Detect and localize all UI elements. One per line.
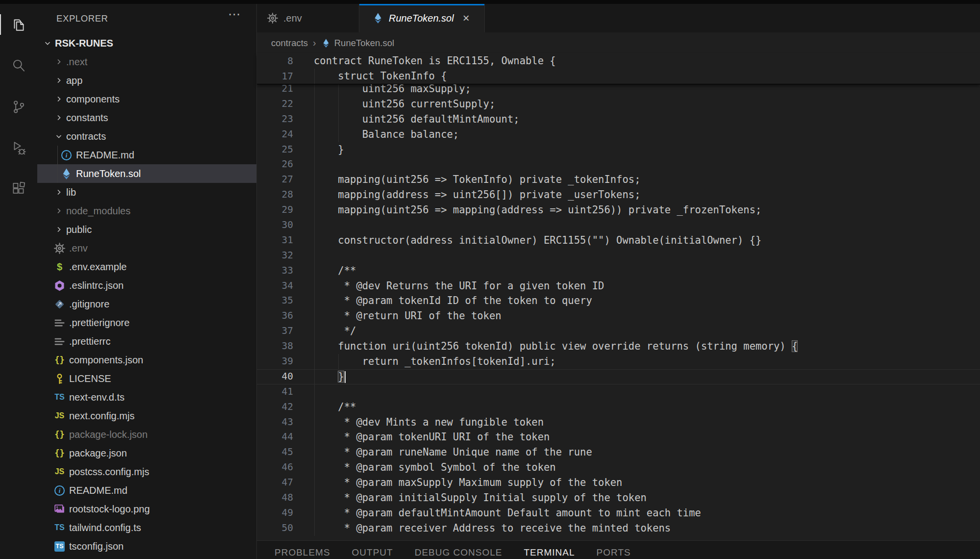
code-text: * @param initialSupply Initial supply of…: [314, 490, 980, 506]
code-line-31[interactable]: 31 constructor(address initialOwner) ERC…: [257, 233, 980, 248]
tree-item-label: .prettierignore: [69, 317, 129, 329]
code-text: constructor(address initialOwner) ERC115…: [314, 233, 980, 248]
code-line-32[interactable]: 32: [257, 248, 980, 263]
code-line-44[interactable]: 44 * @param tokenURI URI of the token: [257, 430, 980, 445]
code-line-41[interactable]: 41: [257, 384, 980, 400]
code-line-33[interactable]: 33 /**: [257, 263, 980, 279]
line-number: 30: [257, 218, 293, 233]
tree-item-rsk-runes[interactable]: RSK-RUNES: [37, 34, 256, 52]
code-line-22[interactable]: 22 uint256 currentSupply;: [257, 97, 980, 112]
tree-item-lib[interactable]: lib: [37, 183, 256, 202]
tree-item-license[interactable]: LICENSE: [37, 369, 256, 388]
run-debug-icon[interactable]: [0, 140, 37, 156]
extensions-icon[interactable]: [0, 181, 37, 198]
code-line-30[interactable]: 30: [257, 218, 980, 233]
tree-item-next-env-d-ts[interactable]: TSnext-env.d.ts: [37, 388, 256, 407]
code-text: uint256 currentSupply;: [314, 97, 980, 112]
tree-item-components-json[interactable]: {}components.json: [37, 351, 256, 369]
code-line-28[interactable]: 28 mapping(address => uint256[]) private…: [257, 187, 980, 203]
close-icon[interactable]: ×: [463, 12, 470, 24]
code-line-43[interactable]: 43 * @dev Mints a new fungible token: [257, 415, 980, 430]
indent-guide: [314, 384, 315, 400]
code-line-27[interactable]: 27 mapping(uint256 => TokenInfo) private…: [257, 172, 980, 187]
sidebar-title: EXPLORER: [56, 13, 108, 24]
tree-item-readme-md[interactable]: iREADME.md: [37, 146, 256, 164]
more-actions-icon[interactable]: ⋯: [228, 8, 241, 21]
tree-item-env[interactable]: .env: [37, 239, 256, 257]
tree-item-node-modules[interactable]: node_modules: [37, 202, 256, 220]
info-icon: i: [53, 484, 66, 496]
tree-item-next-config-mjs[interactable]: JSnext.config.mjs: [37, 407, 256, 425]
tree-item-app[interactable]: app: [37, 71, 256, 90]
code-line-46[interactable]: 46 * @param symbol Symbol of the token: [257, 460, 980, 475]
panel-tab-debug-console[interactable]: DEBUG CONSOLE: [415, 547, 503, 558]
code-line-36[interactable]: 36 * @return URI of the token: [257, 308, 980, 324]
code-line-42[interactable]: 42 /**: [257, 400, 980, 415]
tree-item-readme-md[interactable]: iREADME.md: [37, 481, 256, 500]
code-line-39[interactable]: 39 return _tokenInfos[tokenId].uri;: [257, 354, 980, 369]
panel-tab-output[interactable]: OUTPUT: [352, 547, 393, 558]
breadcrumb-folder[interactable]: contracts: [271, 38, 308, 49]
code-line-34[interactable]: 34 * @dev Returns the URI for a given to…: [257, 279, 980, 294]
tab-label: RuneToken.sol: [389, 13, 454, 24]
code-line-29[interactable]: 29 mapping(uint256 => mapping(address =>…: [257, 203, 980, 218]
code-line-48[interactable]: 48 * @param initialSupply Initial supply…: [257, 490, 980, 506]
tree-item-eslintrc-json[interactable]: .eslintrc.json: [37, 276, 256, 295]
code-line-24[interactable]: 24 Balance balance;: [257, 127, 980, 142]
code-line-23[interactable]: 23 uint256 defaultMintAmount;: [257, 112, 980, 127]
line-number: 8: [257, 53, 293, 69]
tab-runetoken-sol[interactable]: RuneToken.sol×: [359, 4, 485, 32]
code-line-40[interactable]: 40 }: [257, 369, 980, 384]
code-line-35[interactable]: 35 * @param tokenId ID of the token to q…: [257, 293, 980, 308]
tree-item-constants[interactable]: constants: [37, 108, 256, 127]
code-line-45[interactable]: 45 * @param runeName Unique name of the …: [257, 445, 980, 460]
code-line-17[interactable]: 17 struct TokenInfo {: [257, 69, 980, 84]
tree-item-runetoken-sol[interactable]: RuneToken.sol: [37, 164, 256, 183]
tree-item-label: node_modules: [66, 205, 130, 217]
code-line-47[interactable]: 47 * @param maxSupply Maximum supply of …: [257, 475, 980, 490]
chevron-right-icon: [55, 76, 63, 84]
search-icon[interactable]: [0, 57, 37, 74]
source-control-icon[interactable]: [0, 99, 37, 115]
dollar-icon: $: [53, 261, 66, 273]
tree-item-env-example[interactable]: $.env.example: [37, 257, 256, 276]
tree-item-prettierrc[interactable]: .prettierrc: [37, 332, 256, 351]
tree-item-package-lock-json[interactable]: {}package-lock.json: [37, 425, 256, 444]
solidity-icon: [60, 168, 73, 179]
panel-tab-ports[interactable]: PORTS: [597, 547, 631, 558]
code-line-26[interactable]: 26: [257, 157, 980, 172]
tree-item-label: package.json: [69, 448, 127, 459]
line-number: 17: [257, 69, 293, 84]
panel-tab-problems[interactable]: PROBLEMS: [275, 547, 330, 558]
tree-item-label: tailwind.config.ts: [69, 522, 141, 534]
tree-item-public[interactable]: public: [37, 220, 256, 239]
code-line-37[interactable]: 37 */: [257, 324, 980, 339]
code-line-49[interactable]: 49 * @param defaultMintAmount Default am…: [257, 506, 980, 521]
chevron-down-icon: [55, 132, 63, 140]
breadcrumb: contracts › RuneToken.sol: [257, 32, 980, 53]
tree-item-next[interactable]: .next: [37, 52, 256, 71]
tree-item-tsconfig-json[interactable]: TStsconfig.json: [37, 537, 256, 556]
code-viewport[interactable]: 21 uint256 maxSupply;22 uint256 currentS…: [257, 84, 980, 541]
tree-item-rootstock-logo-png[interactable]: rootstock-logo.png: [37, 500, 256, 518]
tree-item-contracts[interactable]: contracts: [37, 127, 256, 146]
code-line-21[interactable]: 21 uint256 maxSupply;: [257, 84, 980, 97]
files-icon[interactable]: [0, 16, 37, 33]
code-line-8[interactable]: 8contract RuneToken is ERC1155, Ownable …: [257, 53, 980, 69]
indent-guide: [314, 218, 315, 233]
tab-env[interactable]: .env: [257, 4, 359, 32]
tree-item-postcss-config-mjs[interactable]: JSpostcss.config.mjs: [37, 462, 256, 481]
panel-tab-terminal[interactable]: TERMINAL: [524, 547, 575, 558]
code-lines: 21 uint256 maxSupply;22 uint256 currentS…: [257, 84, 980, 536]
code-line-25[interactable]: 25 }: [257, 142, 980, 157]
js-icon: JS: [53, 410, 66, 422]
breadcrumb-file[interactable]: RuneToken.sol: [334, 38, 394, 49]
tree-item-package-json[interactable]: {}package.json: [37, 444, 256, 462]
code-line-38[interactable]: 38 function uri(uint256 tokenId) public …: [257, 339, 980, 354]
tree-item-tailwind-config-ts[interactable]: TStailwind.config.ts: [37, 518, 256, 537]
tree-item-gitignore[interactable]: .gitignore: [37, 295, 256, 313]
tree-item-prettierignore[interactable]: .prettierignore: [37, 313, 256, 332]
tree-item-components[interactable]: components: [37, 90, 256, 108]
code-line-50[interactable]: 50 * @param receiver Address to receive …: [257, 521, 980, 536]
sticky-scroll[interactable]: 8contract RuneToken is ERC1155, Ownable …: [257, 53, 980, 84]
